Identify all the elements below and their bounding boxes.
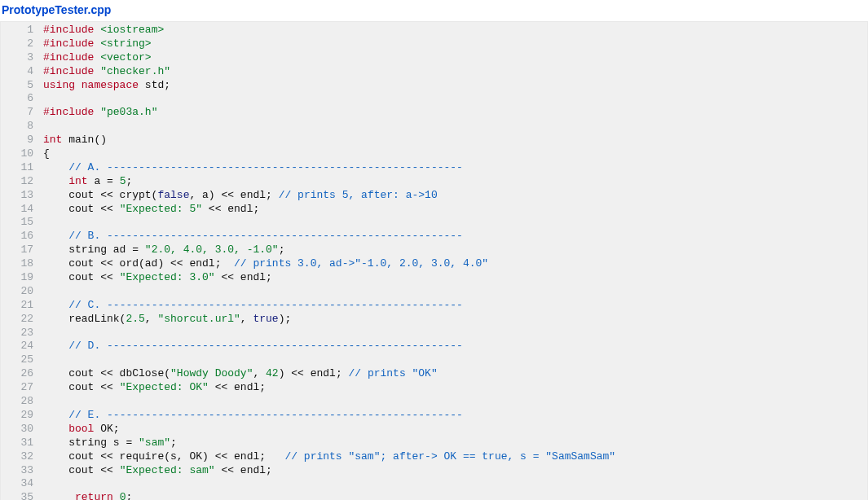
line-number: 34	[1, 477, 43, 491]
line-number: 7	[1, 106, 43, 120]
line-number: 1	[1, 24, 43, 37]
code-line: 21 // C. -------------------------------…	[1, 299, 867, 313]
line-number: 9	[1, 134, 43, 147]
line-number: 28	[1, 395, 43, 409]
line-number: 3	[1, 51, 43, 65]
code-content: string ad = "2.0, 4.0, 3.0, -1.0";	[43, 243, 867, 257]
code-content: // B. ----------------------------------…	[43, 230, 867, 243]
code-content	[43, 477, 867, 491]
code-content	[43, 353, 867, 367]
code-line: 6	[1, 92, 867, 106]
code-content	[43, 327, 867, 340]
code-line: 3#include <vector>	[1, 51, 867, 65]
code-content: // A. ----------------------------------…	[43, 161, 867, 175]
line-number: 18	[1, 257, 43, 271]
code-line: 33 cout << "Expected: sam" << endl;	[1, 464, 867, 478]
code-line: 18 cout << ord(ad) << endl; // prints 3.…	[1, 257, 867, 271]
code-line: 27 cout << "Expected: OK" << endl;	[1, 381, 867, 395]
code-content: #include <iostream>	[43, 24, 867, 37]
code-content: #include <vector>	[43, 51, 867, 65]
code-line: 9int main()	[1, 134, 867, 147]
line-number: 29	[1, 409, 43, 423]
code-line: 29 // E. -------------------------------…	[1, 409, 867, 423]
code-line: 7#include "pe03a.h"	[1, 106, 867, 120]
code-content: #include "checker.h"	[43, 65, 867, 79]
line-number: 5	[1, 79, 43, 93]
line-number: 14	[1, 203, 43, 217]
code-content: // C. ----------------------------------…	[43, 299, 867, 313]
code-line: 11 // A. -------------------------------…	[1, 161, 867, 175]
code-block: 1#include <iostream>2#include <string>3#…	[0, 21, 868, 500]
code-line: 15	[1, 216, 867, 230]
code-line: 5using namespace std;	[1, 79, 867, 93]
code-line: 12 int a = 5;	[1, 175, 867, 189]
line-number: 23	[1, 327, 43, 340]
code-content: readLink(2.5, "shorcut.url", true);	[43, 313, 867, 327]
code-line: 19 cout << "Expected: 3.0" << endl;	[1, 271, 867, 285]
code-content	[43, 92, 867, 106]
code-line: 30 bool OK;	[1, 423, 867, 436]
code-line: 4#include "checker.h"	[1, 65, 867, 79]
line-number: 8	[1, 120, 43, 134]
code-line: 13 cout << crypt(false, a) << endl; // p…	[1, 189, 867, 203]
line-number: 24	[1, 340, 43, 353]
code-content: cout << "Expected: 5" << endl;	[43, 203, 867, 217]
code-line: 20	[1, 285, 867, 299]
line-number: 22	[1, 313, 43, 327]
code-content: return 0;	[43, 491, 867, 500]
code-line: 14 cout << "Expected: 5" << endl;	[1, 203, 867, 217]
code-line: 22 readLink(2.5, "shorcut.url", true);	[1, 313, 867, 327]
line-number: 30	[1, 423, 43, 436]
line-number: 27	[1, 381, 43, 395]
code-line: 23	[1, 327, 867, 340]
line-number: 6	[1, 92, 43, 106]
code-content: // E. ----------------------------------…	[43, 409, 867, 423]
code-content: string s = "sam";	[43, 436, 867, 450]
code-content: // D. ----------------------------------…	[43, 340, 867, 353]
line-number: 13	[1, 189, 43, 203]
line-number: 33	[1, 464, 43, 478]
line-number: 11	[1, 161, 43, 175]
code-line: 1#include <iostream>	[1, 24, 867, 37]
line-number: 25	[1, 353, 43, 367]
code-line: 34	[1, 477, 867, 491]
code-content: #include <string>	[43, 37, 867, 51]
code-content: cout << require(s, OK) << endl; // print…	[43, 450, 867, 464]
code-line: 25	[1, 353, 867, 367]
code-line: 24 // D. -------------------------------…	[1, 340, 867, 353]
line-number: 31	[1, 436, 43, 450]
code-content: cout << "Expected: 3.0" << endl;	[43, 271, 867, 285]
line-number: 10	[1, 147, 43, 161]
line-number: 19	[1, 271, 43, 285]
code-content: cout << "Expected: sam" << endl;	[43, 464, 867, 478]
code-line: 8	[1, 120, 867, 134]
line-number: 35	[1, 491, 43, 500]
code-line: 35 return 0;	[1, 491, 867, 500]
code-content	[43, 285, 867, 299]
line-number: 26	[1, 367, 43, 381]
code-content: bool OK;	[43, 423, 867, 436]
code-content: cout << ord(ad) << endl; // prints 3.0, …	[43, 257, 867, 271]
line-number: 21	[1, 299, 43, 313]
code-line: 28	[1, 395, 867, 409]
line-number: 20	[1, 285, 43, 299]
code-line: 32 cout << require(s, OK) << endl; // pr…	[1, 450, 867, 464]
code-line: 17 string ad = "2.0, 4.0, 3.0, -1.0";	[1, 243, 867, 257]
code-content: {	[43, 147, 867, 161]
code-content: #include "pe03a.h"	[43, 106, 867, 120]
code-content: using namespace std;	[43, 79, 867, 93]
code-line: 10{	[1, 147, 867, 161]
code-content: int a = 5;	[43, 175, 867, 189]
line-number: 4	[1, 65, 43, 79]
code-line: 31 string s = "sam";	[1, 436, 867, 450]
code-content: cout << "Expected: OK" << endl;	[43, 381, 867, 395]
code-content: int main()	[43, 134, 867, 147]
code-content	[43, 216, 867, 230]
line-number: 17	[1, 243, 43, 257]
file-title: PrototypeTester.cpp	[0, 0, 868, 21]
code-line: 26 cout << dbClose("Howdy Doody", 42) <<…	[1, 367, 867, 381]
code-content: cout << dbClose("Howdy Doody", 42) << en…	[43, 367, 867, 381]
line-number: 15	[1, 216, 43, 230]
line-number: 32	[1, 450, 43, 464]
code-line: 16 // B. -------------------------------…	[1, 230, 867, 243]
